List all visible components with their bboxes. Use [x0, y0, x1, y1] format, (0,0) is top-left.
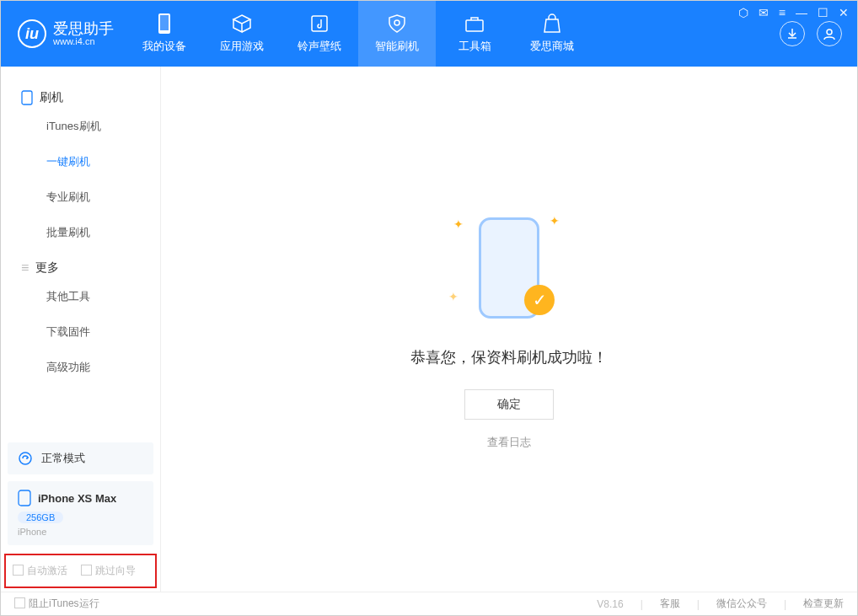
sidebar-item-oneclick-flash[interactable]: 一键刷机: [1, 144, 160, 179]
svg-rect-1: [160, 15, 169, 30]
nav-my-device[interactable]: 我的设备: [126, 1, 203, 67]
svg-point-3: [394, 20, 400, 25]
sidebar-item-advanced[interactable]: 高级功能: [1, 350, 160, 385]
logo-icon: iu: [18, 19, 46, 48]
bag-icon: [542, 13, 562, 34]
nav-toolbox[interactable]: 工具箱: [436, 1, 513, 67]
sparkle-icon: ✦: [550, 214, 560, 228]
skin-icon[interactable]: ⬡: [738, 6, 748, 19]
checkbox-auto-activate[interactable]: 自动激活: [13, 564, 67, 578]
footer-link-support[interactable]: 客服: [660, 597, 680, 611]
sidebar: 刷机 iTunes刷机 一键刷机 专业刷机 批量刷机 ≡更多 其他工具 下载固件…: [1, 67, 161, 592]
footer: 阻止iTunes运行 V8.16 | 客服 | 微信公众号 | 检查更新: [1, 592, 857, 615]
svg-point-7: [19, 453, 31, 464]
device-type: iPhone: [18, 527, 143, 537]
user-button[interactable]: [817, 21, 842, 46]
refresh-icon: [18, 451, 33, 466]
sidebar-group-more: ≡更多: [1, 250, 160, 279]
nav-ringtones[interactable]: 铃声壁纸: [281, 1, 358, 67]
status-label: 正常模式: [41, 451, 85, 466]
app-title: 爱思助手: [53, 21, 114, 36]
sidebar-group-flash: 刷机: [1, 80, 160, 109]
status-card: 正常模式: [8, 442, 153, 474]
app-url: www.i4.cn: [53, 36, 114, 46]
view-logs-link[interactable]: 查看日志: [487, 435, 531, 450]
sidebar-item-download-firmware[interactable]: 下载固件: [1, 314, 160, 350]
sparkle-icon: ✦: [453, 217, 464, 231]
main-content: ✦ ✦ ✦ ✓ 恭喜您，保资料刷机成功啦！ 确定 查看日志: [161, 67, 857, 592]
phone-icon: [21, 90, 33, 105]
svg-rect-8: [19, 490, 30, 506]
ok-button[interactable]: 确定: [464, 389, 554, 420]
sidebar-item-other-tools[interactable]: 其他工具: [1, 279, 160, 314]
svg-rect-4: [466, 20, 483, 31]
device-card[interactable]: iPhone XS Max 256GB iPhone: [8, 481, 153, 545]
feedback-icon[interactable]: ✉: [759, 6, 769, 19]
device-icon: [154, 13, 174, 34]
menu-icon[interactable]: ≡: [779, 6, 786, 19]
cube-icon: [232, 13, 252, 34]
download-button[interactable]: [780, 21, 805, 46]
window-controls: ⬡ ✉ ≡ — ☐ ✕: [738, 6, 849, 19]
top-nav: 我的设备 应用游戏 铃声壁纸 智能刷机 工具箱 爱思商城: [126, 1, 591, 67]
checkbox-skip-guide[interactable]: 跳过向导: [81, 564, 136, 578]
maximize-icon[interactable]: ☐: [818, 6, 829, 19]
svg-rect-6: [22, 91, 32, 104]
sidebar-item-itunes-flash[interactable]: iTunes刷机: [1, 109, 160, 144]
music-icon: [309, 13, 330, 34]
svg-point-5: [827, 29, 832, 35]
version-label: V8.16: [597, 598, 623, 610]
sidebar-item-pro-flash[interactable]: 专业刷机: [1, 179, 160, 215]
device-name: iPhone XS Max: [38, 492, 116, 505]
device-capacity: 256GB: [18, 512, 63, 523]
sparkle-icon: ✦: [448, 290, 458, 303]
footer-link-update[interactable]: 检查更新: [803, 597, 844, 611]
device-icon: [18, 490, 31, 506]
header-actions: [780, 21, 842, 46]
close-icon[interactable]: ✕: [839, 6, 849, 19]
toolbox-icon: [464, 13, 485, 34]
svg-rect-2: [312, 16, 327, 31]
nav-apps[interactable]: 应用游戏: [203, 1, 281, 67]
nav-flash[interactable]: 智能刷机: [358, 1, 436, 67]
checkbox-block-itunes[interactable]: 阻止iTunes运行: [14, 597, 99, 611]
shield-icon: [387, 13, 407, 34]
success-illustration: ✦ ✦ ✦ ✓: [433, 209, 585, 327]
options-highlight-box: 自动激活 跳过向导: [4, 554, 157, 588]
footer-link-wechat[interactable]: 微信公众号: [716, 597, 767, 611]
list-icon: ≡: [21, 260, 29, 276]
check-icon: ✓: [524, 285, 555, 315]
app-logo: iu 爱思助手 www.i4.cn: [18, 19, 114, 48]
success-message: 恭喜您，保资料刷机成功啦！: [410, 347, 608, 367]
minimize-icon[interactable]: —: [796, 6, 807, 19]
app-header: iu 爱思助手 www.i4.cn 我的设备 应用游戏 铃声壁纸 智能刷机 工具…: [1, 1, 857, 67]
nav-store[interactable]: 爱思商城: [513, 1, 591, 67]
sidebar-item-batch-flash[interactable]: 批量刷机: [1, 215, 160, 250]
